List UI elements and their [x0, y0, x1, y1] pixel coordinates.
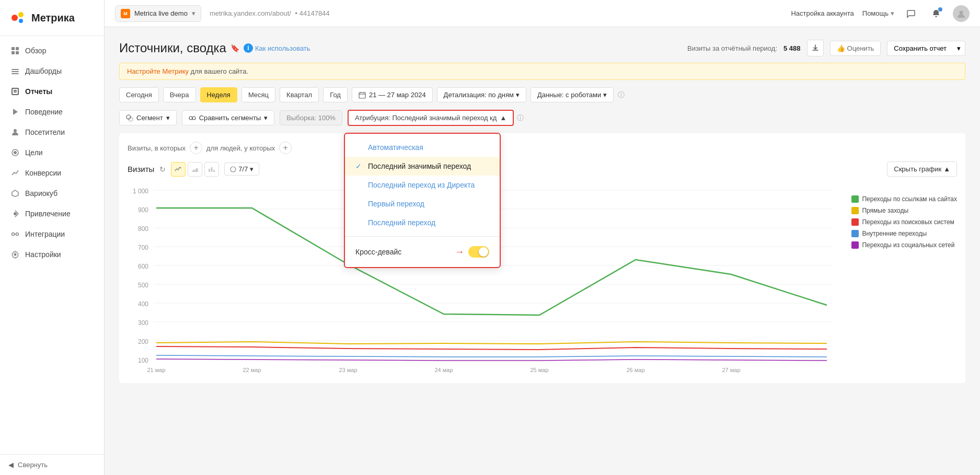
legend-item-red[interactable]: Переходы из поисковых систем	[851, 218, 957, 226]
svg-rect-32	[209, 169, 210, 172]
export-icon-btn[interactable]	[807, 40, 824, 56]
legend-color-yellow	[851, 207, 859, 214]
bookmark-icon[interactable]: 🔖	[230, 44, 239, 52]
save-report-button[interactable]: Сохранить отчет	[887, 41, 953, 56]
svg-point-35	[230, 167, 236, 172]
how-to-use-btn[interactable]: i Как использовать	[244, 43, 310, 53]
data-dropdown[interactable]: Данные: с роботами ▾	[531, 87, 614, 102]
sidebar-item-goals[interactable]: Цели	[2, 143, 102, 163]
user-avatar[interactable]	[953, 5, 970, 22]
site-selector[interactable]: M Metrica live demo ▾	[115, 5, 201, 22]
logo-icon	[8, 8, 27, 27]
sidebar-item-behavior[interactable]: Поведение	[2, 102, 102, 122]
legend-item-purple[interactable]: Переходы из социальных сетей	[851, 241, 957, 249]
sidebar-item-dashboards[interactable]: Дашборды	[2, 61, 102, 81]
chevron-down-icon: ▾	[603, 91, 607, 99]
chat-icon-btn[interactable]	[903, 5, 919, 22]
attribution-info-icon: ⓘ	[517, 113, 524, 123]
chart-type-area[interactable]	[188, 162, 202, 177]
notifications-icon-btn[interactable]	[928, 5, 944, 22]
legend-item-green[interactable]: Переходы по ссылкам на сайтах	[851, 195, 957, 203]
svg-rect-34	[213, 170, 215, 172]
sidebar-collapse[interactable]: ◀ Свернуть	[0, 454, 104, 475]
add-people-condition-btn[interactable]: +	[279, 142, 292, 154]
add-visit-condition-btn[interactable]: +	[190, 142, 202, 154]
segment-button[interactable]: Сегмент ▾	[119, 110, 177, 125]
legend-item-blue[interactable]: Внутренние переходы	[851, 230, 957, 237]
svg-rect-9	[11, 71, 19, 72]
attribution-last-direct[interactable]: Последний переход из Директа	[345, 176, 500, 194]
rate-button[interactable]: 👍 Оценить	[830, 41, 881, 56]
date-btn-today[interactable]: Сегодня	[119, 87, 159, 102]
help-dropdown[interactable]: Помощь ▾	[862, 9, 894, 17]
sidebar-item-settings[interactable]: Настройки	[2, 245, 102, 264]
legend-item-yellow[interactable]: Прямые заходы	[851, 207, 957, 214]
refresh-icon[interactable]: ↻	[159, 165, 166, 173]
chevron-up-icon: ▲	[943, 165, 950, 173]
svg-text:400: 400	[138, 300, 148, 308]
date-btn-week[interactable]: Неделя	[200, 87, 237, 102]
attribution-first[interactable]: Первый переход	[345, 194, 500, 213]
check-placeholder	[355, 181, 364, 189]
date-range-picker[interactable]: 21 — 27 мар 2024	[352, 87, 433, 102]
sidebar-item-overview[interactable]: Обзор	[2, 41, 102, 61]
date-filter-bar: Сегодня Вчера Неделя Месяц Квартал Год 2…	[119, 87, 965, 102]
sidebar-nav: Обзор Дашборды Отчеты Поведение	[0, 36, 104, 454]
logo-text: Метрика	[31, 12, 75, 24]
date-btn-year[interactable]: Год	[323, 87, 348, 102]
sidebar-item-label: Привлечение	[25, 210, 71, 218]
sidebar-item-attraction[interactable]: Привлечение	[2, 204, 102, 224]
attribution-last-significant[interactable]: ✓ Последний значимый переход	[345, 157, 500, 176]
svg-point-1	[11, 15, 18, 21]
date-btn-yesterday[interactable]: Вчера	[163, 87, 196, 102]
svg-text:600: 600	[138, 263, 148, 270]
svg-rect-4	[11, 47, 15, 50]
sidebar-item-reports[interactable]: Отчеты	[2, 82, 102, 101]
sidebar-item-variocube[interactable]: Вариокуб	[2, 183, 102, 203]
sidebar-item-label: Цели	[25, 148, 43, 157]
alert-bar: Настройте Метрику для вашего сайта.	[119, 63, 965, 80]
save-report-dropdown[interactable]: ▾	[953, 41, 965, 56]
sidebar-item-label: Обзор	[25, 47, 46, 55]
legend-color-purple	[851, 241, 859, 249]
sidebar-item-visitors[interactable]: Посетители	[2, 122, 102, 142]
detail-dropdown[interactable]: Детализация: по дням ▾	[437, 87, 526, 102]
thumb-icon: 👍	[837, 44, 845, 52]
chevron-down-icon: ▾	[166, 114, 170, 122]
cross-device-toggle[interactable]	[468, 246, 489, 258]
svg-rect-8	[11, 69, 19, 70]
sample-button[interactable]: Выборка: 100%	[280, 110, 342, 125]
sidebar-item-conversions[interactable]: Конверсии	[2, 163, 102, 183]
visitors-icon	[10, 128, 20, 137]
attribution-last[interactable]: Последний переход	[345, 213, 500, 232]
arrow-right-icon: →	[455, 247, 464, 258]
svg-point-17	[14, 151, 17, 154]
chart-type-line[interactable]	[171, 162, 186, 177]
attribution-button[interactable]: Атрибуция: Последний значимый переход кд…	[348, 110, 514, 126]
chevron-down-icon: ▾	[516, 91, 520, 99]
dashboards-icon	[10, 66, 20, 76]
segment-bar-container: Сегмент ▾ Сравнить сегменты ▾ Выборка: 1…	[119, 110, 965, 126]
dropdown-divider	[345, 236, 500, 237]
sidebar-item-label: Поведение	[25, 108, 63, 116]
reports-icon	[10, 87, 20, 96]
legend-label: Внутренние переходы	[862, 230, 927, 237]
date-btn-quarter[interactable]: Квартал	[280, 87, 319, 102]
svg-point-30	[189, 117, 192, 120]
chevron-down-icon: ▾	[891, 9, 894, 17]
account-settings-link[interactable]: Настройка аккаунта	[791, 9, 854, 17]
date-btn-month[interactable]: Месяц	[241, 87, 275, 102]
svg-point-19	[12, 233, 15, 236]
attribution-auto[interactable]: Автоматическая	[345, 138, 500, 157]
chart-type-bar[interactable]	[204, 162, 219, 177]
series-selector[interactable]: 7/7 ▾	[224, 163, 259, 176]
logo: Метрика	[0, 0, 104, 36]
svg-rect-6	[11, 51, 15, 54]
alert-link[interactable]: Настройте Метрику	[127, 67, 189, 75]
compare-segments-button[interactable]: Сравнить сегменты ▾	[182, 110, 275, 125]
hide-chart-button[interactable]: Скрыть график ▲	[887, 161, 957, 177]
sidebar-item-label: Отчеты	[25, 87, 52, 96]
svg-text:200: 200	[138, 338, 148, 345]
sidebar-item-integrations[interactable]: Интеграции	[2, 224, 102, 244]
svg-rect-10	[11, 73, 19, 74]
